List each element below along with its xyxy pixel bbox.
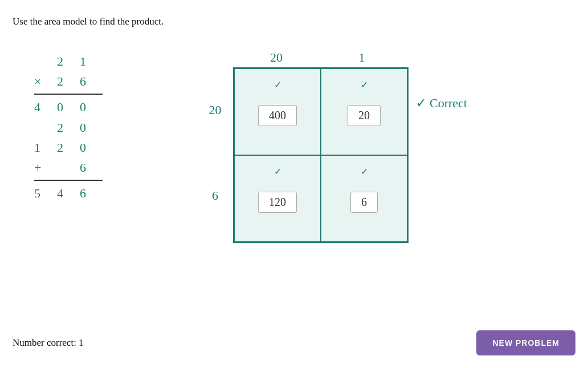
mult-cell: 1: [80, 51, 103, 71]
area-cell-tl: ✓ 400: [235, 69, 320, 155]
col-label-20: 20: [234, 50, 319, 65]
mult-cell: 0: [80, 118, 103, 138]
check-icon-br: ✓: [361, 166, 368, 177]
row-label-20: 20: [199, 67, 231, 153]
check-icon-tr: ✓: [361, 79, 368, 90]
mult-cell: 6: [80, 183, 103, 203]
mult-cell: ×: [34, 71, 57, 91]
check-icon-bl: ✓: [274, 166, 281, 177]
correct-check-icon: ✓: [416, 96, 426, 111]
mult-cell: 6: [80, 157, 103, 177]
mult-cell: 4: [34, 97, 57, 117]
mult-cell: [34, 118, 57, 138]
mult-cell: 4: [57, 183, 80, 203]
area-cell-br: ✓ 6: [321, 156, 407, 241]
area-row-labels: 20 6: [199, 67, 231, 243]
mult-cell: 6: [80, 71, 103, 91]
mult-cell: 5: [34, 183, 57, 203]
mult-cell: 1: [34, 138, 57, 157]
cell-value-tr: 20: [348, 105, 381, 126]
mult-cell: 2: [57, 51, 80, 71]
area-grid: ✓ 400 ✓ 20 ✓ 120 ✓ 6: [233, 67, 409, 243]
cell-value-br: 6: [350, 192, 378, 213]
col-label-1: 1: [319, 50, 405, 65]
area-cell-bl: ✓ 120: [235, 156, 320, 241]
cell-value-tl: 400: [258, 105, 297, 126]
area-model: 20 1 20 6 ✓ 400 ✓ 20 ✓ 120 ✓: [199, 50, 409, 243]
instruction: Use the area model to find the product.: [13, 16, 164, 27]
mult-cell: 2: [57, 71, 80, 91]
multiplication-area: 2 1 × 2 6 4 0 0 2 0 1 2 0 + 6 5 4 6: [34, 51, 103, 203]
number-correct-label: Number correct: 1: [13, 337, 84, 349]
new-problem-button[interactable]: NEW PROBLEM: [476, 330, 575, 355]
mult-cell: [34, 51, 57, 71]
mult-cell: 0: [80, 138, 103, 157]
mult-cell: +: [34, 157, 57, 177]
area-cell-tr: ✓ 20: [321, 69, 407, 155]
correct-badge: ✓ Correct: [416, 96, 467, 111]
correct-label: Correct: [430, 96, 467, 111]
mult-cell: 2: [57, 138, 80, 157]
row-label-6: 6: [199, 153, 231, 238]
mult-cell: [57, 157, 80, 177]
cell-value-bl: 120: [258, 192, 297, 213]
bottom-bar: Number correct: 1 NEW PROBLEM: [13, 330, 575, 355]
mult-cell: 2: [57, 118, 80, 138]
check-icon-tl: ✓: [274, 79, 281, 90]
mult-cell: 0: [80, 97, 103, 117]
area-col-headers: 20 1: [234, 50, 409, 65]
mult-cell: 0: [57, 97, 80, 117]
